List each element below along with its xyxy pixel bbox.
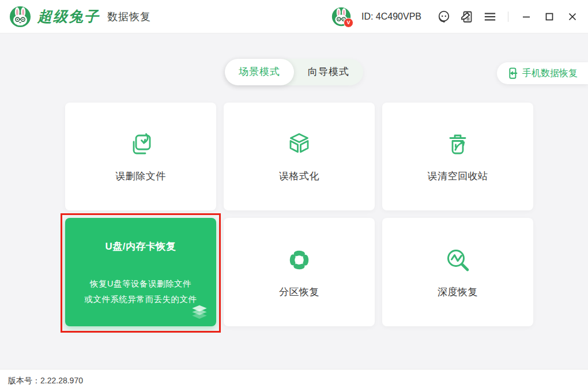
app-subtitle: 数据恢复 [107,10,151,24]
menu-icon[interactable] [481,8,499,25]
partition-icon [285,246,313,274]
user-avatar[interactable]: V [331,7,351,27]
phone-recovery-label: 手机数据恢复 [522,67,578,80]
tab-scene-mode[interactable]: 场景模式 [225,59,294,85]
maximize-button[interactable] [541,8,558,25]
recycle-bin-restore-icon [444,130,472,158]
version-label: 版本号：2.22.28.970 [8,376,83,386]
vip-badge: V [344,18,353,28]
card-usb-memory-card-recovery[interactable]: U盘/内存卡恢复 恢复U盘等设备误删除文件 或文件系统异常而丢失的文件 [65,218,216,326]
app-title: 超级兔子 [37,7,100,26]
tab-wizard-mode[interactable]: 向导模式 [294,59,363,85]
card-label: 误删除文件 [115,169,166,183]
usb-card-desc-line2: 或文件系统异常而丢失的文件 [85,292,197,307]
card-label: 误格式化 [279,169,319,183]
minimize-button[interactable] [518,8,535,25]
file-restore-icon [127,130,154,158]
customer-service-headset-icon[interactable] [435,8,453,25]
card-formatted[interactable]: 误格式化 [224,103,375,210]
usb-card-description: 恢复U盘等设备误删除文件 或文件系统异常而丢失的文件 [85,276,197,307]
brand: 超级兔子 数据恢复 [9,6,151,28]
user-id: ID: 4C490VPB [361,12,421,22]
title-bar-right: V ID: 4C490VPB [331,7,581,27]
card-label: 深度恢复 [438,285,478,299]
usb-card-desc-line1: 恢复U盘等设备误删除文件 [85,276,197,292]
status-bar: 版本号：2.22.28.970 [0,369,588,392]
deep-scan-magnifier-icon [444,246,472,274]
phone-recovery-icon [506,66,518,80]
usb-card-title: U盘/内存卡恢复 [105,240,176,253]
card-label: 分区恢复 [279,285,319,299]
feedback-icon[interactable] [458,8,476,25]
card-recycle-bin[interactable]: 误清空回收站 [382,103,533,210]
recovery-cards-grid: 误删除文件 误格式化 [65,103,533,326]
app-logo-rabbit-icon [9,6,31,28]
title-bar: 超级兔子 数据恢复 V ID: [0,0,588,33]
main-content: 场景模式 向导模式 手机数据恢复 [0,33,588,369]
card-partition-recovery[interactable]: 分区恢复 [224,218,375,326]
app-window: 超级兔子 数据恢复 V ID: [0,0,588,392]
mode-toggle: 场景模式 向导模式 [225,59,363,85]
card-label: 误清空回收站 [428,169,488,183]
close-button[interactable] [564,8,581,25]
phone-data-recovery-button[interactable]: 手机数据恢复 [497,62,588,84]
titlebar-divider [508,12,508,22]
card-deleted-files[interactable]: 误删除文件 [65,103,216,210]
cube-icon [285,130,313,158]
layers-icon [190,304,209,322]
card-deep-recovery[interactable]: 深度恢复 [382,218,533,326]
